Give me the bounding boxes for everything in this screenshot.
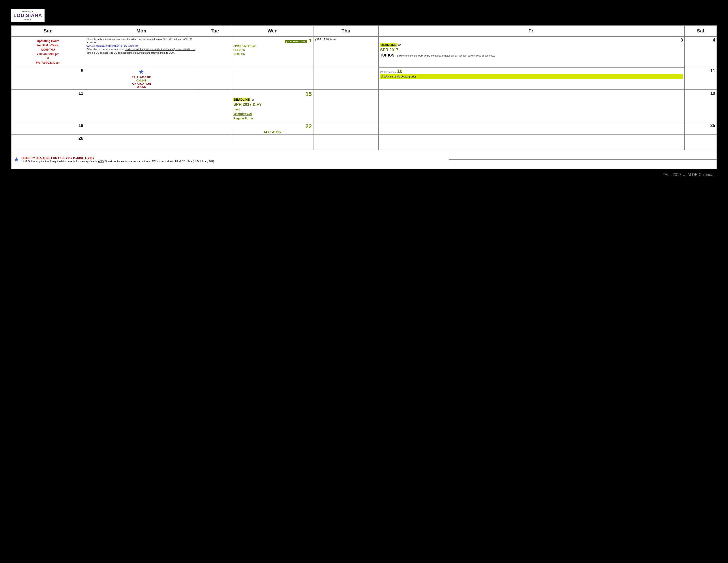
footer-table: ★ PRIORITY DEADLINE FOR FALL 2017 is JUN… <box>11 150 717 169</box>
spr-midterm-text: (SPR 17 Midterm) <box>315 38 336 41</box>
calendar-row-4: 19 22 SPR W day 25 <box>11 122 717 135</box>
tuition-rest-1: – paid online, sent to ULM by DE contact… <box>395 54 495 57</box>
cell-fri-4 <box>379 122 685 135</box>
cell-wed-3: 15 DEADLINE for SPR 2017 & FY Last Withd… <box>232 90 313 122</box>
oh-line2: for ULM offices: <box>37 44 59 47</box>
footer-row: ★ PRIORITY DEADLINE FOR FALL 2017 is JUN… <box>11 150 717 169</box>
cell-sun-2: 5 <box>11 67 85 90</box>
cell-wed-1: (ULM Mardi Gras) 1 SPRING MEETINGULIB 10… <box>232 36 313 67</box>
tuition-note: Students making individual payments for … <box>86 38 196 55</box>
cell-mon-1: Students making individual payments for … <box>85 36 198 67</box>
deadline-for-1: for <box>398 43 401 47</box>
cell-sun-5: 26 <box>11 135 85 150</box>
oh-line4: 7:30 am-5:00 pm <box>37 52 59 56</box>
cell-tue-3 <box>198 90 232 122</box>
spr-w-day: SPR W day <box>233 130 312 133</box>
fall-de-title: FALL 2018 DE <box>86 75 196 79</box>
sun-daynum-5: 26 <box>13 136 83 141</box>
header-fri: Fri <box>379 25 685 36</box>
operating-hours: Operating Hours for ULM offices: MON-THU… <box>13 38 83 66</box>
tuition-word-1: TUITION <box>380 53 394 57</box>
sun-daynum-4: 19 <box>13 123 83 128</box>
cell-mon-5 <box>85 135 198 150</box>
fall-de-online: ONLINE <box>86 79 196 82</box>
header-thu: Thu <box>313 25 379 36</box>
cell-thu-3 <box>313 90 379 122</box>
wed-daynum-4: 22 <box>233 123 312 130</box>
tuition-rest: Otherwise, a check or money order made o… <box>86 48 195 54</box>
logo-louisiana: LOUISIANA <box>13 13 42 18</box>
cell-sun-3: 12 <box>11 90 85 122</box>
cell-fri-2: (Midterm ends) 10 Students should check … <box>379 67 685 90</box>
tuition-text: Students making individual payments for … <box>86 38 192 44</box>
priority-line: PRIORITY DEADLINE FOR FALL 2017 is JUNE … <box>21 156 447 160</box>
spr-midterm-tag: (SPR 17 Midterm) <box>315 38 377 41</box>
cell-tue-4 <box>198 122 232 135</box>
cell-sun-4: 19 <box>11 122 85 135</box>
sun-daynum-2: 5 <box>13 68 83 73</box>
page-wrapper: University of LOUISIANA Monroe Sun Mon T… <box>4 4 724 186</box>
tuition-link[interactable]: www.ulm.edu/dualenrollment/how_to_pay_on… <box>86 45 138 47</box>
spring-meeting: SPRING MEETINGULIB 10610:00 am <box>233 44 312 56</box>
cell-fri-5 <box>379 135 685 150</box>
footer-main-cell: ★ PRIORITY DEADLINE FOR FALL 2017 is JUN… <box>11 150 449 169</box>
mardi-gras-tag: (ULM Mardi Gras) <box>285 40 307 43</box>
fall-de-cell: ★ FALL 2018 DE ONLINE Application Opens <box>86 68 196 88</box>
cell-fri-3 <box>379 90 685 122</box>
wed-daynum-3: 15 <box>233 91 312 98</box>
cell-sat-5 <box>685 135 717 150</box>
wed-daynum-1: (ULM Mardi Gras) 1 <box>233 38 312 44</box>
sat-daynum-3: 18 <box>686 91 715 96</box>
cell-sat-3: 18 <box>685 90 717 122</box>
cell-thu-1: (SPR 17 Midterm) <box>313 36 379 67</box>
footer-right-top-cell <box>449 150 717 169</box>
spr2017-title-1: SPR 2017 <box>380 47 683 53</box>
priority-text: PRIORITY DEADLINE FOR FALL 2017 is JUNE … <box>21 156 94 160</box>
oh-amp: & <box>47 56 49 60</box>
cell-thu-2 <box>313 67 379 90</box>
footer-body: ULM Online application & required docume… <box>21 160 447 163</box>
header-sat: Sat <box>685 25 717 36</box>
cell-mon-3 <box>85 90 198 122</box>
footer-text-block: PRIORITY DEADLINE FOR FALL 2017 is JUNE … <box>21 156 447 163</box>
cell-mon-4 <box>85 122 198 135</box>
cell-tue-1 <box>198 36 232 67</box>
sat-daynum-2: 11 <box>686 68 715 73</box>
cell-sat-2: 11 <box>685 67 717 90</box>
fri-daynum-1: 3 <box>380 38 683 43</box>
star-icon-mon2: ★ <box>86 68 196 75</box>
midterm-ends-text: (Midterm ends) <box>380 71 397 73</box>
logo-university: University of <box>13 10 42 13</box>
bottom-label: FALL 2017 ULM DE Calendar <box>11 172 717 177</box>
sat-daynum-1: 4 <box>686 38 715 43</box>
cell-thu-5 <box>313 135 379 150</box>
regular-forms: Regular Forms <box>233 117 254 120</box>
calendar-row-5: 26 <box>11 135 717 150</box>
midterm-daynum: 10 <box>397 68 402 74</box>
logo: University of LOUISIANA Monroe <box>11 9 45 22</box>
header-wed: Wed <box>232 25 313 36</box>
cell-sun-1: Operating Hours for ULM offices: MON-THU… <box>11 36 85 67</box>
footer-star-row: ★ PRIORITY DEADLINE FOR FALL 2017 is JUN… <box>14 156 447 163</box>
deadline-box-1: DEADLINE for SPR 2017 TUITION – paid onl… <box>380 43 683 58</box>
oh-line1: Operating Hours <box>37 39 60 43</box>
fall-de-opens: Opens <box>86 85 196 88</box>
fall-de-application: Application <box>86 82 196 85</box>
footer-star-icon: ★ <box>14 156 19 163</box>
cell-mon-2: ★ FALL 2018 DE ONLINE Application Opens <box>85 67 198 90</box>
header-mon: Mon <box>85 25 198 36</box>
sat-daynum-4: 25 <box>686 123 715 128</box>
deadline-highlight-1: DEADLINE <box>380 43 397 47</box>
midterm-ends-cell: (Midterm ends) 10 <box>380 68 683 74</box>
withdrawal-text: Withdrawal <box>233 112 252 116</box>
cell-tue-2 <box>198 67 232 90</box>
header-sun: Sun <box>11 25 85 36</box>
header-tue: Tue <box>198 25 232 36</box>
cell-wed-2 <box>232 67 313 90</box>
cell-thu-4 <box>313 122 379 135</box>
logo-monroe: Monroe <box>13 18 42 21</box>
cell-tue-5 <box>198 135 232 150</box>
spr2017-title-wed: SPR 2017 & FY <box>233 102 262 107</box>
cell-wed-5 <box>232 135 313 150</box>
deadline-for-wed: for <box>251 98 254 101</box>
